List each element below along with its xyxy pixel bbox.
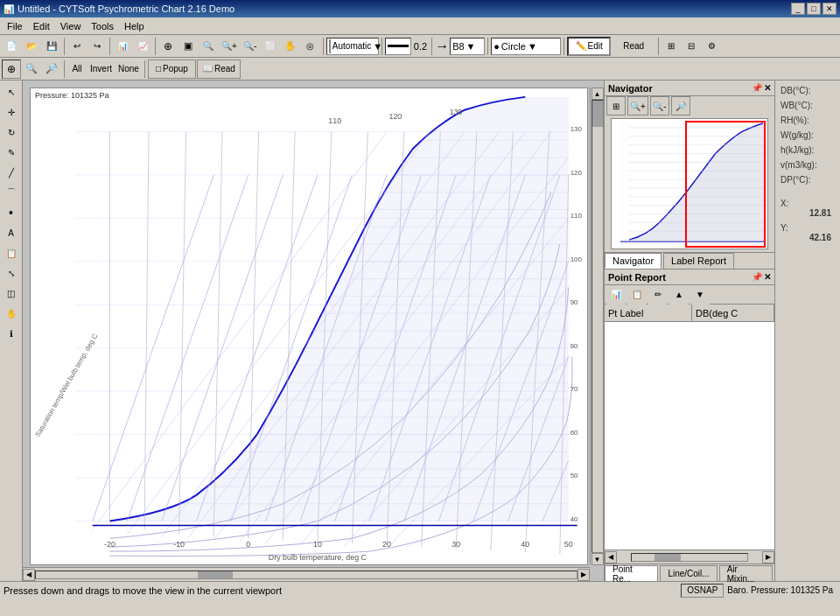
h-scroll-left-btn[interactable]: ◀ — [23, 569, 35, 581]
point-report-content[interactable] — [605, 322, 774, 550]
v-scroll-down-btn[interactable]: ▼ — [592, 553, 604, 565]
h-scroll-track[interactable] — [35, 570, 578, 579]
settings-button[interactable]: ⚙ — [702, 37, 721, 56]
shape-dropdown[interactable]: ● Circle ▼ — [491, 38, 561, 55]
popup-button[interactable]: □ Popup — [148, 60, 196, 79]
chart-area[interactable]: Pressure: 101325 Pa — [23, 80, 604, 581]
redo-button[interactable]: ↪ — [88, 37, 107, 56]
zoom-all-btn[interactable]: 🔍 — [199, 37, 218, 56]
tab-air-mixing[interactable]: Air Mixin... — [719, 565, 773, 581]
pr-pin-button[interactable]: 📌 — [752, 272, 762, 282]
invert-button[interactable]: Invert — [88, 60, 115, 79]
move-tool[interactable]: ✛ — [2, 102, 21, 122]
navigator-viewport-rect[interactable] — [685, 121, 766, 248]
v-scroll-up-btn[interactable]: ▲ — [592, 88, 604, 100]
zoom-region-btn[interactable]: ⬜ — [261, 37, 280, 56]
maximize-button[interactable]: □ — [807, 3, 821, 15]
text-tool[interactable]: A — [2, 223, 21, 242]
v-scroll-thumb[interactable] — [592, 101, 603, 127]
zoom-out-btn[interactable]: 🔍- — [241, 37, 260, 56]
pr-scroll-thumb[interactable] — [654, 554, 681, 561]
grid1-button[interactable]: ⊞ — [662, 37, 681, 56]
zoom-in2-btn[interactable]: 🔍 — [22, 60, 41, 79]
chart-canvas[interactable]: Pressure: 101325 Pa — [30, 88, 588, 565]
line-style-dropdown[interactable] — [385, 38, 411, 55]
grid2-button[interactable]: ⊟ — [682, 37, 701, 56]
layer-dropdown[interactable]: B8 ▼ — [450, 38, 485, 55]
close-button[interactable]: ✕ — [822, 3, 836, 15]
menu-file[interactable]: File — [2, 19, 28, 33]
chart-type2-button[interactable]: 📈 — [133, 37, 152, 56]
pr-scroll-left-btn[interactable]: ◀ — [605, 551, 617, 564]
zoom-out2-btn[interactable]: 🔎 — [42, 60, 61, 79]
tab-label-report[interactable]: Label Report — [663, 253, 734, 269]
point-report-panel: Point Report 📌 ✕ 📊 📋 ✏ ▲ ▼ — [605, 270, 774, 581]
line-tool[interactable]: ╱ — [2, 163, 21, 182]
navigator-view[interactable] — [611, 118, 768, 249]
crosshair-btn[interactable]: ⊕ — [2, 60, 21, 79]
select-tool[interactable]: ↖ — [2, 82, 21, 102]
label-tool[interactable]: 📋 — [2, 243, 21, 262]
hand-tool[interactable]: ✋ — [2, 304, 21, 323]
point-report-title: Point Report — [608, 272, 666, 283]
pr-down-btn[interactable]: ▼ — [690, 285, 710, 304]
osnap-status-button[interactable]: OSNAP — [681, 584, 724, 598]
line-color-dropdown[interactable]: Automatic ▼ — [326, 38, 379, 55]
none-button[interactable]: None — [116, 60, 142, 79]
nav-zoom-in-btn[interactable]: 🔍+ — [627, 96, 648, 116]
select-btn[interactable]: ▣ — [178, 37, 198, 56]
menu-help[interactable]: Help — [119, 19, 150, 33]
snap-tool[interactable]: ◫ — [2, 284, 21, 303]
edit-button[interactable]: ✏️ Edit — [567, 37, 611, 56]
save-button[interactable]: 💾 — [42, 37, 61, 56]
read-button[interactable]: Read — [612, 37, 655, 56]
h-scroll-thumb[interactable] — [198, 571, 233, 578]
nav-close-button[interactable]: ✕ — [764, 83, 771, 93]
rotate-tool[interactable]: ↻ — [2, 122, 21, 142]
pr-edit2-btn[interactable]: ✏ — [648, 285, 668, 304]
dp-property: DP(°C): — [777, 173, 838, 186]
vertical-scrollbar[interactable]: ▲ ▼ — [590, 88, 604, 565]
curve-tool[interactable]: ⌒ — [2, 183, 21, 202]
pr-scroll-right-btn[interactable]: ▶ — [762, 551, 774, 564]
nav-zoom-out-btn[interactable]: 🔍- — [650, 96, 669, 116]
osnap-btn-tb[interactable]: ◎ — [301, 37, 320, 56]
sep11 — [144, 60, 145, 78]
pr-horizontal-scrollbar[interactable]: ◀ ▶ — [605, 550, 774, 564]
pan-btn[interactable]: ✋ — [281, 37, 300, 56]
pr-up-btn[interactable]: ▲ — [669, 285, 689, 304]
nav-zoom-all-btn[interactable]: 🔎 — [671, 96, 690, 116]
open-button[interactable]: 📂 — [22, 37, 41, 56]
new-button[interactable]: 📄 — [2, 37, 21, 56]
cursor-btn[interactable]: ⊕ — [158, 37, 178, 56]
tab-navigator[interactable]: Navigator — [605, 253, 662, 269]
horizontal-scrollbar[interactable]: ◀ ▶ — [23, 567, 590, 581]
draw-tool[interactable]: ✎ — [2, 143, 21, 162]
navigator-header: Navigator 📌 ✕ — [605, 80, 774, 96]
chart-type1-button[interactable]: 📊 — [113, 37, 132, 56]
all-button[interactable]: All — [67, 60, 87, 79]
menu-edit[interactable]: Edit — [28, 19, 55, 33]
info-tool[interactable]: ℹ — [2, 324, 21, 343]
menu-tools[interactable]: Tools — [86, 19, 119, 33]
tab-point-report[interactable]: Point Re... — [605, 565, 658, 581]
titlebar-title: 📊 Untitled - CYTSoft Psychrometric Chart… — [4, 4, 234, 14]
pr-export-btn[interactable]: 📊 — [606, 285, 626, 304]
h-scroll-right-btn[interactable]: ▶ — [578, 569, 590, 581]
pr-copy-btn[interactable]: 📋 — [627, 285, 647, 304]
minimize-button[interactable]: _ — [791, 3, 805, 15]
undo-button[interactable]: ↩ — [67, 37, 87, 56]
y-property: Y: 42.16 — [777, 221, 838, 244]
pr-scroll-track[interactable] — [631, 553, 748, 562]
nav-pin-button[interactable]: 📌 — [752, 83, 762, 93]
v-scroll-track[interactable] — [592, 100, 604, 553]
point-tool[interactable]: • — [2, 203, 21, 222]
read2-button[interactable]: 📖 Read — [197, 60, 241, 79]
scale-tool[interactable]: ⤡ — [2, 263, 21, 283]
sep6 — [431, 38, 432, 55]
zoom-in-btn[interactable]: 🔍+ — [219, 37, 240, 56]
menu-view[interactable]: View — [55, 19, 87, 33]
pr-close-button[interactable]: ✕ — [764, 272, 771, 282]
tab-line-coil[interactable]: Line/Coil... — [660, 565, 717, 581]
nav-zoom-fit-btn[interactable]: ⊞ — [606, 96, 626, 116]
